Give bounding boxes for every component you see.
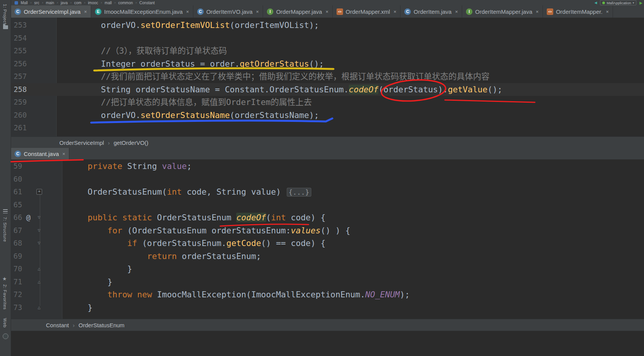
- structure-icon: [3, 209, 8, 213]
- tab-orderserviceimpl-java[interactable]: COrderServiceImpl.java×: [11, 5, 91, 18]
- nav-breadcrumb-item[interactable]: Constant: [139, 1, 155, 5]
- code-text: OrderStatusEnum(int code, String value) …: [65, 185, 644, 199]
- run-config-dropdown[interactable]: MallApplication ▾: [600, 0, 636, 5]
- gutter-line-68[interactable]: 68▽: [11, 237, 65, 250]
- code-line-71[interactable]: 71△ }: [11, 276, 644, 289]
- tool-button-web[interactable]: Web: [3, 318, 7, 328]
- gutter-line-255[interactable]: 255: [11, 44, 59, 57]
- tab-orderitemmapper-[interactable]: <>OrderItemMapper.×: [543, 5, 613, 18]
- code-line-256[interactable]: 256 Integer orderStatus = order.getOrder…: [11, 57, 644, 71]
- gutter-line-260[interactable]: 260: [11, 109, 59, 122]
- code-line-260[interactable]: 260 orderVO.setOrderStatusName(orderStat…: [11, 109, 644, 122]
- code-text: [65, 173, 644, 186]
- code-text: [65, 199, 644, 212]
- tool-button-project[interactable]: 1: Project: [3, 4, 7, 25]
- tool-window-strip: 1: Project 7: Structure ★ 2: Favorites W…: [0, 0, 11, 356]
- gutter-line-59[interactable]: 59: [11, 160, 65, 173]
- code-text: String orderStatusName = Constant.OrderS…: [59, 83, 644, 96]
- close-tab-icon[interactable]: ×: [455, 9, 458, 15]
- code-line-73[interactable]: 73△ }: [11, 301, 644, 314]
- gutter-line-67[interactable]: 67▽: [11, 224, 65, 237]
- tool-button-favorites[interactable]: 2: Favorites: [3, 284, 7, 310]
- fold-close-icon[interactable]: △: [34, 301, 44, 314]
- tab-imoocmallexceptionenum-java[interactable]: EImoocMallExceptionEnum.java×: [91, 5, 193, 18]
- code-line-65[interactable]: 65: [11, 199, 644, 212]
- code-line-60[interactable]: 60: [11, 173, 644, 186]
- nav-breadcrumb-item[interactable]: imooc: [88, 1, 98, 5]
- class-file-icon: C: [197, 8, 204, 15]
- code-text: orderVO.setOrderItemVOList(orderItemVOLi…: [59, 19, 644, 32]
- nav-breadcrumb-item[interactable]: src: [34, 1, 39, 5]
- gutter-line-72[interactable]: 72: [11, 288, 65, 301]
- close-tab-icon[interactable]: ×: [256, 9, 259, 15]
- tab-orderitemmapper-java[interactable]: IOrderItemMapper.java×: [462, 5, 543, 18]
- nav-breadcrumb-item[interactable]: Mall: [21, 1, 28, 5]
- gutter-line-69[interactable]: 69: [11, 250, 65, 263]
- fold-close-icon[interactable]: △: [34, 276, 44, 289]
- gutter-line-73[interactable]: 73△: [11, 301, 65, 314]
- gutter-line-66[interactable]: 66@▽: [11, 211, 65, 224]
- fold-close-icon[interactable]: △: [34, 262, 44, 276]
- code-line-261[interactable]: 261: [11, 121, 644, 135]
- close-tab-icon[interactable]: ×: [536, 9, 539, 15]
- close-tab-icon[interactable]: ×: [394, 9, 397, 15]
- gutter-line-70[interactable]: 70△: [11, 262, 65, 276]
- line-number: 72: [13, 288, 22, 301]
- fold-open-icon[interactable]: ▽: [34, 224, 44, 237]
- tab-orderitemvo-java[interactable]: COrderItemVO.java×: [193, 5, 263, 18]
- tab-ordermapper-xml[interactable]: <>OrderMapper.xml×: [333, 5, 400, 18]
- code-line-68[interactable]: 68▽ if (orderStatusEnum.getCode() == cod…: [11, 237, 644, 250]
- navigation-bar: Mall›src›main›java›com›imooc›mall›common…: [11, 0, 644, 6]
- breadcrumb-item[interactable]: OrderStatusEnum: [78, 322, 124, 328]
- tab-constant-java[interactable]: CConstant.java×: [11, 148, 69, 159]
- code-line-255[interactable]: 255 //（3），获取待订单的订单状态码: [11, 44, 644, 57]
- code-line-254[interactable]: 254: [11, 32, 644, 45]
- breadcrumb-item[interactable]: getOrderVO(): [114, 139, 149, 146]
- gutter-line-61[interactable]: 61+: [11, 185, 65, 199]
- nav-breadcrumb-item[interactable]: common: [118, 1, 133, 5]
- code-line-257[interactable]: 257 //我们前面把订单状态定义在了枚举类中；借助我们定义的枚举，根据订单状态…: [11, 70, 644, 83]
- gutter-line-253[interactable]: 253: [11, 19, 59, 32]
- gutter-line-254[interactable]: 254: [11, 32, 59, 45]
- code-line-258[interactable]: 258 String orderStatusName = Constant.Or…: [11, 83, 644, 96]
- back-arrow-icon[interactable]: ◀: [594, 1, 597, 5]
- code-line-253[interactable]: 253 orderVO.setOrderItemVOList(orderItem…: [11, 19, 644, 32]
- editor-breadcrumb-top: OrderServiceImpl›getOrderVO(): [11, 136, 644, 149]
- nav-breadcrumb-item[interactable]: mall: [105, 1, 111, 5]
- tab-orderitem-java[interactable]: COrderItem.java×: [400, 5, 462, 18]
- code-line-66[interactable]: 66@▽ public static OrderStatusEnum codeO…: [11, 211, 644, 224]
- gutter-line-257[interactable]: 257: [11, 70, 59, 83]
- gutter-line-256[interactable]: 256: [11, 57, 59, 71]
- nav-breadcrumb-item[interactable]: main: [46, 1, 54, 5]
- code-line-59[interactable]: 59 private String value;: [11, 160, 644, 173]
- gutter-line-65[interactable]: 65: [11, 199, 65, 212]
- breadcrumb-item[interactable]: OrderServiceImpl: [59, 139, 104, 146]
- gutter-line-259[interactable]: 259: [11, 96, 59, 109]
- code-line-69[interactable]: 69 return orderStatusEnum;: [11, 250, 644, 263]
- fold-plus-icon[interactable]: +: [36, 189, 42, 195]
- gutter-line-258[interactable]: 258: [11, 83, 59, 96]
- fold-slot: [39, 83, 48, 96]
- close-tab-icon[interactable]: ×: [325, 9, 329, 15]
- breadcrumb-item[interactable]: Constant: [46, 322, 69, 328]
- code-line-259[interactable]: 259 //把订单状态的具体信息，赋值到OrderItem的属性上去: [11, 96, 644, 109]
- fold-open-icon[interactable]: ▽: [34, 237, 44, 250]
- close-tab-icon[interactable]: ×: [62, 151, 65, 157]
- fold-open-icon[interactable]: ▽: [34, 211, 44, 224]
- gutter-line-71[interactable]: 71△: [11, 276, 65, 289]
- code-line-70[interactable]: 70△ }: [11, 262, 644, 276]
- class-file-icon: C: [15, 8, 21, 15]
- tool-button-structure[interactable]: 7: Structure: [3, 217, 7, 242]
- run-icon[interactable]: ▶: [639, 1, 642, 5]
- code-line-72[interactable]: 72 throw new ImoocMallException(ImoocMal…: [11, 288, 644, 301]
- nav-breadcrumb-item[interactable]: com: [74, 1, 82, 5]
- code-line-61[interactable]: 61+ OrderStatusEnum(int code, String val…: [11, 185, 644, 199]
- tab-ordermapper-java[interactable]: IOrderMapper.java×: [263, 5, 333, 18]
- close-tab-icon[interactable]: ×: [606, 9, 609, 15]
- gutter-line-261[interactable]: 261: [11, 121, 59, 135]
- close-tab-icon[interactable]: ×: [84, 9, 87, 15]
- gutter-line-60[interactable]: 60: [11, 173, 65, 186]
- code-line-67[interactable]: 67▽ for (OrderStatusEnum orderStatusEnum…: [11, 224, 644, 237]
- nav-breadcrumb-item[interactable]: java: [60, 1, 67, 5]
- close-tab-icon[interactable]: ×: [186, 9, 189, 15]
